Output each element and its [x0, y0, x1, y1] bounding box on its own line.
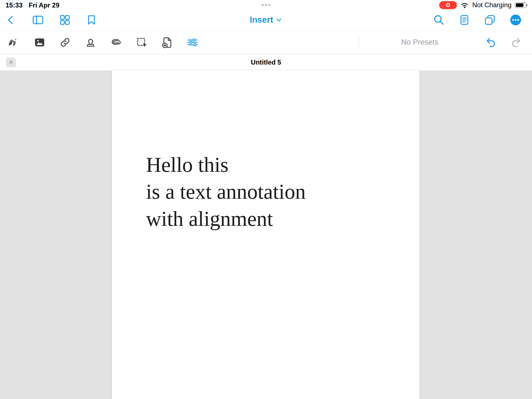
- document-outline-button[interactable]: [458, 13, 470, 27]
- link-button[interactable]: [59, 36, 71, 49]
- text-annotation-line: Hello this: [146, 151, 306, 178]
- record-indicator-icon[interactable]: [439, 1, 457, 9]
- signature-ink-button[interactable]: [8, 36, 21, 49]
- document-outline-icon: [458, 14, 470, 26]
- chevron-down-icon: [276, 17, 282, 23]
- annotation-toolbar: No Presets: [0, 30, 532, 54]
- sidebar-icon: [32, 14, 44, 26]
- insert-dropdown-label: Insert: [250, 15, 273, 25]
- image-icon: [33, 36, 46, 49]
- redo-icon: [510, 36, 522, 49]
- text-annotation[interactable]: Hello this is a text annotation with ali…: [146, 151, 306, 232]
- more-icon: [509, 14, 522, 26]
- style-presets-button[interactable]: [186, 36, 199, 49]
- attachment-button[interactable]: [110, 36, 122, 49]
- battery-label: Not Charging: [472, 1, 511, 9]
- stamp-button[interactable]: [84, 36, 97, 49]
- pages-copy-icon: [484, 14, 496, 26]
- undo-icon: [485, 36, 497, 49]
- style-sliders-icon: [186, 36, 199, 49]
- back-button[interactable]: [5, 13, 17, 27]
- text-annotation-line: is a text annotation: [146, 178, 306, 205]
- bookmark-button[interactable]: [85, 13, 98, 27]
- pages-copy-button[interactable]: [484, 13, 496, 27]
- thumbnails-grid-icon: [59, 14, 71, 26]
- more-button[interactable]: [509, 13, 522, 27]
- presets-label: No Presets: [360, 30, 479, 54]
- stamp-icon: [84, 36, 97, 49]
- marquee-select-button[interactable]: [135, 36, 148, 49]
- sidebar-toggle-button[interactable]: [32, 13, 44, 27]
- attachment-clip-icon: [110, 36, 122, 49]
- bookmark-icon: [86, 14, 97, 26]
- insert-dropdown[interactable]: Insert: [250, 15, 282, 25]
- wifi-icon: [460, 1, 469, 9]
- back-icon: [6, 14, 16, 26]
- text-annotation-line: with alignment: [146, 205, 306, 232]
- status-bar: 15:33 Fri Apr 29 Not Charging: [0, 0, 532, 9]
- toolbar-divider: [359, 35, 359, 50]
- multitask-handle[interactable]: [262, 4, 270, 6]
- document-tab-bar: × Untitled 5: [0, 54, 532, 70]
- redo-button[interactable]: [510, 36, 522, 49]
- link-icon: [59, 36, 71, 49]
- add-page-button[interactable]: [161, 36, 173, 49]
- search-button[interactable]: [433, 13, 445, 27]
- document-title: Untitled 5: [0, 54, 532, 70]
- undo-button[interactable]: [485, 36, 497, 49]
- add-page-icon: [161, 36, 173, 49]
- image-button[interactable]: [33, 36, 46, 49]
- clock-date: Fri Apr 29: [29, 1, 59, 9]
- document-page[interactable]: Hello this is a text annotation with ali…: [112, 70, 420, 399]
- marquee-select-icon: [135, 36, 148, 49]
- clock-time: 15:33: [6, 1, 22, 9]
- main-toolbar: Insert: [0, 9, 532, 30]
- search-icon: [433, 14, 445, 26]
- signature-ink-icon: [8, 36, 21, 49]
- battery-icon: [515, 2, 526, 8]
- page-canvas: Hello this is a text annotation with ali…: [0, 70, 532, 399]
- thumbnails-button[interactable]: [59, 13, 71, 27]
